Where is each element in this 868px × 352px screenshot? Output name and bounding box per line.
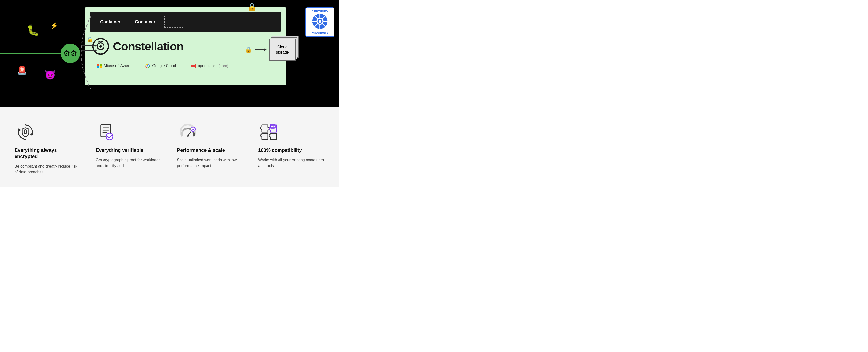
svg-marker-9 xyxy=(95,45,97,47)
input-lock-area: 🔒 xyxy=(83,36,97,52)
svg-point-40 xyxy=(271,126,272,127)
microsoft-icon xyxy=(97,63,102,68)
kubernetes-wheel-icon xyxy=(311,13,329,30)
gcloud-label: Google Cloud xyxy=(152,64,176,68)
svg-point-33 xyxy=(106,133,114,140)
lightning-icon: ⚡ xyxy=(50,22,58,30)
svg-point-4 xyxy=(147,65,148,67)
azure-label: Microsoft Azure xyxy=(104,64,130,68)
gcloud-provider: Google Cloud xyxy=(145,64,176,68)
devil-icon: 😈 xyxy=(44,69,56,80)
compatibility-icon-wrap xyxy=(258,121,280,143)
performance-icon-wrap xyxy=(177,121,199,143)
performance-desc: Scale unlimited workloads with low perfo… xyxy=(177,157,244,169)
puzzle-icon xyxy=(259,122,279,142)
svg-point-42 xyxy=(274,126,275,127)
svg-point-37 xyxy=(187,135,188,136)
output-area: 🔒 Cloudstorage xyxy=(245,39,296,61)
cloud-storage-label: Cloudstorage xyxy=(276,45,289,55)
features-section: Everything always encrypted Be compliant… xyxy=(0,107,339,187)
siren-icon: 🚨 xyxy=(17,65,27,75)
feature-compatibility: 100% compatibility Works with all your e… xyxy=(258,121,325,169)
document-check-icon xyxy=(97,122,116,142)
encrypted-desc: Be compliant and greatly reduce risk of … xyxy=(14,164,81,175)
feature-encrypted: Everything always encrypted Be compliant… xyxy=(14,121,81,175)
container-box-1: Container xyxy=(94,17,126,27)
compatibility-title: 100% compatibility xyxy=(258,147,302,153)
verifiable-desc: Get cryptographic proof for workloads an… xyxy=(96,157,162,169)
svg-point-28 xyxy=(25,132,26,133)
azure-provider: Microsoft Azure xyxy=(97,63,130,68)
cloud-storage-box: Cloudstorage xyxy=(269,39,296,61)
providers-bar: Microsoft Azure Google Cloud xyxy=(90,60,281,71)
feature-verifiable: Everything verifiable Get cryptographic … xyxy=(96,121,162,169)
feature-performance: Performance & scale Scale unlimited work… xyxy=(177,121,244,169)
plus-label: + xyxy=(172,19,176,25)
openstack-icon xyxy=(190,64,196,68)
containers-row: Container Container + xyxy=(90,12,281,31)
gear-circle: ⚙⚙ xyxy=(61,43,80,63)
bug-icon: 🐛 xyxy=(27,24,39,36)
output-arrow xyxy=(254,48,267,52)
svg-point-2 xyxy=(99,45,102,48)
beam-line-left xyxy=(0,53,61,54)
svg-marker-11 xyxy=(95,49,97,52)
svg-point-41 xyxy=(273,126,274,127)
verifiable-title: Everything verifiable xyxy=(96,147,144,153)
svg-marker-13 xyxy=(264,49,267,51)
kubernetes-badge: certified kubernetes xyxy=(305,7,335,37)
svg-rect-6 xyxy=(191,65,193,67)
output-lock-icon: 🔒 xyxy=(245,46,252,53)
svg-marker-26 xyxy=(18,128,21,131)
svg-point-16 xyxy=(318,20,321,23)
input-lock-icon: 🔒 xyxy=(87,36,93,43)
encrypted-icon-wrap xyxy=(14,121,36,143)
openstack-provider: openstack. (soon) xyxy=(190,64,228,68)
openstack-soon-label: (soon) xyxy=(219,64,228,68)
hero-section: 🐛 ⚡ 🚨 😈 ⚙⚙ 🔒 Container Container + xyxy=(0,0,339,107)
openstack-label: openstack. xyxy=(198,64,216,68)
encrypted-title: Everything always encrypted xyxy=(14,147,81,159)
compatibility-desc: Works with all your existing containers … xyxy=(258,157,325,169)
svg-rect-7 xyxy=(193,65,195,67)
svg-marker-25 xyxy=(30,133,33,136)
performance-title: Performance & scale xyxy=(177,147,225,153)
input-arrow-1 xyxy=(83,43,97,48)
panel-lock-icon: 🔒 xyxy=(247,2,257,12)
verifiable-icon-wrap xyxy=(96,121,118,143)
shield-cycle-icon xyxy=(16,122,35,142)
container-box-2: Container xyxy=(129,17,161,27)
gauge-icon xyxy=(178,122,197,142)
k8s-certified-label: certified xyxy=(308,10,332,13)
input-arrow-2 xyxy=(83,49,97,52)
google-cloud-icon xyxy=(145,64,150,68)
k8s-name-label: kubernetes xyxy=(308,31,332,34)
constellation-name: Constellation xyxy=(113,40,184,53)
add-container-box: + xyxy=(164,16,184,28)
